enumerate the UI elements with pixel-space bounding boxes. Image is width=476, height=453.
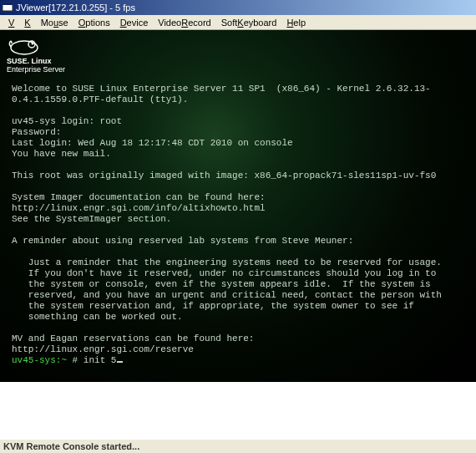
- suse-logo: SUSE. Linux Enterprise Server: [7, 35, 65, 74]
- doc-header: System Imager documentation can be found…: [12, 192, 266, 202]
- reminder-header: A reminder about using reserved lab syst…: [12, 236, 353, 246]
- menubar: V K Mouse Options Device VideoRecord Sof…: [0, 15, 476, 30]
- shell-prompt: uv45-sys:~: [12, 355, 67, 365]
- newmail-line: You have new mail.: [12, 149, 111, 159]
- statusbar: KVM Remote Console started...: [0, 439, 476, 453]
- console-text: Welcome to SUSE Linux Enterprise Server …: [12, 84, 468, 366]
- login-line: uv45-sys login: root: [12, 116, 122, 126]
- svg-point-4: [32, 43, 34, 45]
- welcome-line: Welcome to SUSE Linux Enterprise Server …: [12, 84, 431, 104]
- reserve-header: MV and Eagan reservations can be found h…: [12, 333, 254, 344]
- whitespace-area: [0, 382, 476, 439]
- cursor-icon: [117, 361, 123, 363]
- console-area[interactable]: SUSE. Linux Enterprise Server Welcome to…: [0, 30, 476, 382]
- lastlogin-line: Last login: Wed Aug 18 12:17:48 CDT 2010…: [12, 138, 293, 148]
- menu-keyboard[interactable]: K: [19, 17, 35, 28]
- password-line: Password:: [12, 127, 61, 137]
- reminder-body: Just a reminder that the engineering sys…: [12, 257, 442, 322]
- doc-url: http://linux.engr.sgi.com/info/altixhowt…: [12, 203, 266, 213]
- chameleon-icon: [7, 35, 42, 57]
- svg-rect-1: [3, 3, 13, 5]
- window-title: JViewer[172.21.0.255] - 5 fps: [16, 3, 135, 13]
- menu-device[interactable]: Device: [115, 17, 154, 28]
- command-input[interactable]: init 5: [84, 355, 117, 365]
- app-icon: [2, 2, 13, 13]
- reserve-url: http://linux.engr.sgi.com/reserve: [12, 344, 194, 354]
- menu-videorecord[interactable]: VideoRecord: [153, 17, 215, 28]
- menu-softkeyboard[interactable]: SoftKeyboard: [216, 17, 282, 28]
- titlebar: JViewer[172.21.0.255] - 5 fps: [0, 0, 476, 15]
- menu-mouse[interactable]: Mouse: [36, 17, 73, 28]
- menu-help[interactable]: Help: [281, 17, 311, 28]
- doc-see: See the SystemImager section.: [12, 214, 171, 224]
- image-line: This root was originally imaged with ima…: [12, 171, 436, 181]
- suse-brand-line2: Enterprise Server: [7, 66, 65, 74]
- menu-options[interactable]: Options: [73, 17, 115, 28]
- status-text: KVM Remote Console started...: [3, 441, 139, 451]
- menu-video[interactable]: V: [3, 17, 19, 28]
